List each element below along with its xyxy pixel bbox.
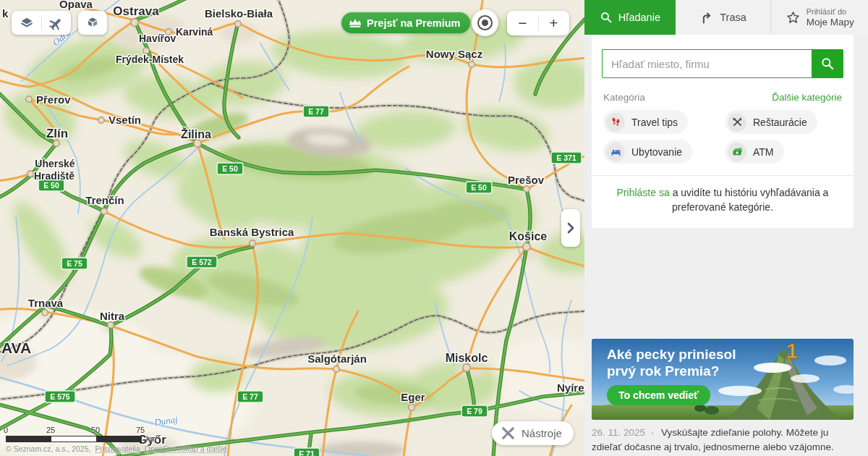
svg-text:E 79: E 79 xyxy=(467,407,482,415)
signin-text: a uvidíte tu históriu vyhľadávania a pre… xyxy=(672,187,828,213)
map-city-label: Uherské xyxy=(35,158,75,169)
road-number-badge: E 572 xyxy=(187,256,217,268)
banner-cta-button[interactable]: To chcem vedieť xyxy=(607,385,710,405)
banner-title: Aké pecky priniesol prvý rok Premia? xyxy=(607,346,736,379)
category-label: Ubytovanie xyxy=(631,146,682,158)
tools-button[interactable]: Nástroje xyxy=(492,421,574,445)
category-restaurants[interactable]: Reštaurácie xyxy=(725,110,817,134)
osm-link[interactable]: OpenStreetMap a ďalšie xyxy=(145,444,227,453)
signin-link[interactable]: Prihláste sa xyxy=(617,187,670,198)
svg-text:E 575: E 575 xyxy=(50,392,70,401)
crown-icon xyxy=(349,18,362,28)
city-dot xyxy=(235,21,242,28)
cube-3d-icon xyxy=(85,15,101,31)
category-label: Reštaurácie xyxy=(753,117,807,128)
map-city-label: Ostrava xyxy=(113,4,159,18)
category-atm[interactable]: ATM xyxy=(725,140,784,164)
city-dot xyxy=(27,171,34,177)
3d-view-button[interactable] xyxy=(78,11,107,35)
locate-me-button[interactable] xyxy=(472,9,498,36)
map-city-label: Zlín xyxy=(46,127,68,140)
city-dot xyxy=(98,117,105,124)
map-city-label: Banská Bystrica xyxy=(210,226,294,238)
tab-search-label: Hľadanie xyxy=(618,12,660,23)
more-categories-link[interactable]: Ďalšie kategórie xyxy=(772,92,842,103)
chevron-right-icon xyxy=(561,219,580,237)
city-dot xyxy=(523,243,530,250)
category-label: ATM xyxy=(753,146,774,158)
tab-search[interactable]: Hľadanie xyxy=(584,0,676,35)
svg-text:E 50: E 50 xyxy=(43,181,59,190)
aerial-view-button[interactable] xyxy=(42,11,71,35)
contributors-link[interactable]: Prispievatelia xyxy=(95,444,140,453)
search-panel: Hľadanie Trasa Prihlásiť do Moje Mapy xyxy=(584,0,868,456)
tab-login-my-maps[interactable]: Prihlásiť do Moje Mapy xyxy=(770,0,868,35)
airplane-icon xyxy=(48,15,64,31)
map-city-label: Přerov xyxy=(36,93,71,106)
bed-icon xyxy=(606,143,625,161)
categories-title: Kategória xyxy=(603,92,645,103)
bullet-separator: • xyxy=(651,428,654,437)
map-city-label: Havířov xyxy=(139,33,176,44)
scale-tick: 0 xyxy=(4,426,8,434)
search-icon xyxy=(600,11,613,24)
city-dot xyxy=(250,240,256,247)
city-dot xyxy=(409,405,415,411)
search-submit-button[interactable] xyxy=(812,49,843,78)
tab-route-label: Trasa xyxy=(720,12,746,23)
login-label-line1: Prihlásiť do xyxy=(807,7,854,17)
tab-route[interactable]: Trasa xyxy=(676,0,771,35)
map-city-label: Hradiště xyxy=(34,170,75,182)
panel-tabs: Hľadanie Trasa Prihlásiť do Moje Mapy xyxy=(584,0,868,35)
map-render: E 77E 50E 371E 50E 50E 572E 75E 575E 77E… xyxy=(0,0,584,456)
map-layer-controls xyxy=(12,11,71,35)
map-city-label: Nyíre xyxy=(557,381,584,394)
map-city-label: Vsetín xyxy=(109,114,141,126)
route-icon xyxy=(699,10,714,25)
search-input[interactable] xyxy=(602,49,812,78)
copyright-text: © Seznam.cz, a.s., 2025, xyxy=(6,444,90,453)
categories-grid: Travel tips Reštaurácie xyxy=(592,110,854,175)
city-dot xyxy=(54,140,60,147)
svg-text:E 572: E 572 xyxy=(192,258,212,266)
city-dot xyxy=(26,96,33,103)
map-city-label: Miskolc xyxy=(446,352,488,364)
zoom-out-button[interactable]: − xyxy=(508,11,538,35)
road-number-badge: E 77 xyxy=(237,391,263,402)
city-dot xyxy=(463,364,470,371)
premium-button[interactable]: Prejsť na Premium xyxy=(341,12,470,33)
tools-icon xyxy=(501,426,516,441)
login-label-line2: Moje Mapy xyxy=(807,17,854,28)
category-accommodation[interactable]: Ubytovanie xyxy=(603,140,692,164)
scale-tick: 25 xyxy=(46,426,55,434)
tools-label: Nástroje xyxy=(522,427,562,439)
locate-icon xyxy=(477,15,493,30)
map-canvas[interactable]: E 77E 50E 371E 50E 50E 572E 75E 575E 77E… xyxy=(0,0,584,456)
news-date: 26. 11. 2025 xyxy=(592,427,645,438)
city-dot xyxy=(469,62,475,68)
svg-text:E 77: E 77 xyxy=(308,107,324,116)
layers-button[interactable] xyxy=(12,11,41,35)
scale-unit: km xyxy=(146,434,157,443)
map-city-label: Salgótarján xyxy=(307,352,367,365)
premium-banner[interactable]: 1 Aké pecky priniesol prvý rok Premia? T… xyxy=(592,339,854,420)
map-city-label: Karviná xyxy=(176,26,213,38)
star-icon xyxy=(786,10,801,25)
category-travel-tips[interactable]: Travel tips xyxy=(603,110,688,134)
map-city-label: Trenčín xyxy=(85,194,124,206)
news-item[interactable]: 26. 11. 2025•Vyskúšajte zdieľanie polohy… xyxy=(592,426,854,456)
zoom-in-button[interactable]: + xyxy=(539,11,569,35)
scale-tick: 50 xyxy=(91,426,100,434)
city-dot xyxy=(333,366,340,373)
panel-collapse-button[interactable] xyxy=(561,209,580,247)
scale-tick: 75 xyxy=(136,426,145,434)
city-dot xyxy=(194,140,201,147)
svg-text:E 50: E 50 xyxy=(471,183,487,192)
search-card: Kategória Ďalšie kategórie Travel tips xyxy=(592,35,854,228)
search-icon xyxy=(820,56,835,71)
restaurant-icon xyxy=(728,113,746,132)
road-number-badge: E 575 xyxy=(45,391,75,402)
road-number-badge: E 75 xyxy=(61,258,88,269)
map-city-label: Opava xyxy=(59,0,93,10)
city-dot xyxy=(108,322,114,329)
